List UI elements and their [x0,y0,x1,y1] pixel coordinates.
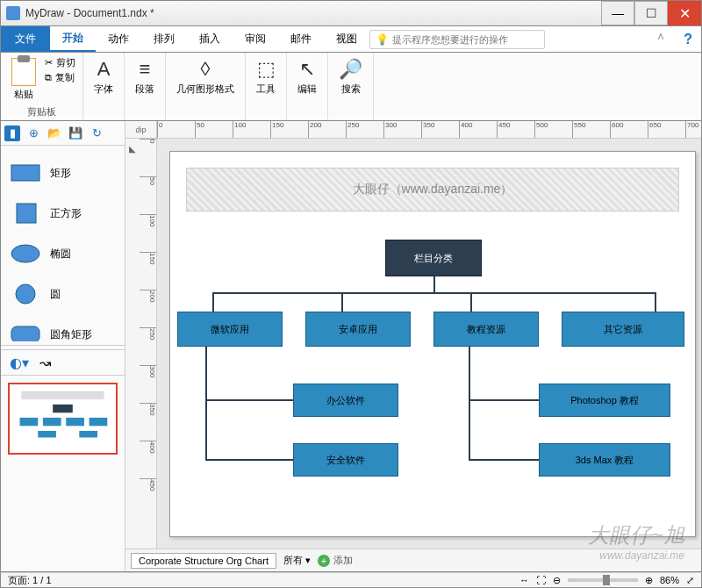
close-button[interactable]: ✕ [668,1,701,25]
add-page-button[interactable]: +添加 [318,554,353,567]
magnifier-icon: 🔎 [339,58,362,81]
tab-arrange[interactable]: 排列 [141,26,187,52]
save-icon[interactable]: 💾 [68,125,83,141]
edit-button[interactable]: ↖编辑 [294,56,320,97]
node-l1-0[interactable]: 微软应用 [177,312,283,347]
paste-icon [11,58,36,86]
tab-file[interactable]: 文件 [1,26,50,52]
ribbon-search-input[interactable] [392,34,539,45]
banner[interactable]: 大眼仔（www.dayanzai.me） [186,168,679,212]
node-child-right-1[interactable]: 3ds Max 教程 [539,443,670,477]
tab-review[interactable]: 审阅 [233,26,278,52]
vertical-ruler: 050100150200250300350400450 [140,139,157,549]
ribbon-group-paragraph: ≡段落 [125,53,166,120]
ribbon-group-tools: ⬚工具 [246,53,287,120]
ribbon-group-search: 🔎搜索 [328,53,374,120]
pointer-icon: ↖ [299,58,315,81]
vt-triangle-icon[interactable]: ◣ [129,144,136,154]
svg-point-2 [11,245,39,262]
svg-rect-12 [79,431,97,438]
shapes-list: 矩形 正方形 椭圆 圆 圆角矩形 [1,146,125,341]
node-child-left-0[interactable]: 办公软件 [293,384,398,417]
page-tab-1[interactable]: Corporate Structure Org Chart [131,553,276,569]
node-l1-1[interactable]: 安卓应用 [305,312,411,347]
main-area: ▮ ⊕ 📂 💾 ↻ 矩形 正方形 椭圆 圆 圆角矩形 ◐▾ ↝ [0,121,702,572]
svg-rect-7 [20,418,39,426]
font-button[interactable]: A字体 [90,56,117,97]
maximize-button[interactable]: ☐ [634,1,668,25]
scissors-icon: ✂ [45,57,53,68]
tab-start[interactable]: 开始 [50,26,96,52]
page[interactable]: 大眼仔（www.dayanzai.me） 栏目分类 微软应用 安卓应用 教程资源… [169,151,696,537]
search-button[interactable]: 🔎搜索 [335,56,366,97]
shapes-filter-toolbar: ◐▾ ↝ [1,349,125,376]
fit-width-icon[interactable]: ↔ [519,575,529,585]
geometry-button[interactable]: ◊几何图形格式 [173,56,238,97]
page-tabs: Corporate Structure Org Chart 所有 ▾ +添加 [125,549,701,571]
ribbon-search[interactable]: 💡 [369,30,545,49]
copy-icon: ⧉ [45,72,52,83]
connector-icon[interactable]: ↝ [39,355,51,371]
shape-circle[interactable]: 圆 [4,274,121,314]
fit-page-icon[interactable]: ⛶ [536,575,546,585]
tab-view[interactable]: 视图 [324,26,369,52]
ribbon-group-label: 剪贴板 [27,105,56,118]
copy-button[interactable]: ⧉复制 [45,71,75,84]
open-folder-icon[interactable]: 📂 [47,125,62,141]
minimize-button[interactable]: — [601,1,634,25]
svg-rect-6 [53,405,73,412]
filter-icon[interactable]: ◐▾ [10,355,29,371]
refresh-icon[interactable]: ↻ [89,125,104,141]
help-button[interactable]: ? [675,32,701,47]
tab-mail[interactable]: 邮件 [278,26,324,52]
new-shape-icon[interactable]: ⊕ [25,125,41,141]
zoom-in-icon[interactable]: ⊕ [645,575,653,586]
status-bar: 页面: 1 / 1 ↔ ⛶ ⊖ ⊕ 86% ⤢ [0,572,702,588]
node-child-left-1[interactable]: 安全软件 [293,443,398,477]
svg-rect-8 [43,418,61,426]
svg-rect-4 [11,326,39,341]
collapse-ribbon-icon[interactable]: ＾ [647,30,675,48]
align-icon: ≡ [140,58,151,81]
node-l1-2[interactable]: 教程资源 [433,312,539,347]
geometry-icon: ◊ [201,58,211,81]
page-thumbnails [1,376,125,571]
ribbon: 粘贴 ✂剪切 ⧉复制 剪贴板 A字体 ≡段落 ◊几何图形格式 ⬚工具 ↖编辑 🔎… [0,53,702,121]
plus-icon: + [318,555,330,567]
shape-rect[interactable]: 矩形 [4,153,121,193]
shape-ellipse[interactable]: 椭圆 [4,233,121,274]
tools-icon: ⬚ [257,58,276,81]
horizontal-ruler: 0501001502002503003504004505005506006507… [157,121,701,139]
ribbon-group-edit: ↖编辑 [287,53,328,120]
shapes-panel: ▮ ⊕ 📂 💾 ↻ 矩形 正方形 椭圆 圆 圆角矩形 ◐▾ ↝ [1,121,125,571]
shape-roundrect[interactable]: 圆角矩形 [4,314,121,341]
page-indicator: 页面: 1 / 1 [8,574,52,587]
ribbon-group-clipboard: 粘贴 ✂剪切 ⧉复制 剪贴板 [1,53,83,120]
zoom-out-icon[interactable]: ⊖ [553,575,561,586]
shape-square[interactable]: 正方形 [4,193,121,233]
vertical-toolbar: ◣ [125,139,140,549]
node-l1-3[interactable]: 其它资源 [562,312,684,347]
svg-rect-9 [66,418,84,426]
paste-button[interactable]: 粘贴 [8,56,39,103]
page-thumbnail-1[interactable] [8,383,118,455]
paragraph-button[interactable]: ≡段落 [132,56,158,97]
canvas[interactable]: 大眼仔（www.dayanzai.me） 栏目分类 微软应用 安卓应用 教程资源… [157,139,701,549]
shapes-panel-toolbar: ▮ ⊕ 📂 💾 ↻ [1,121,125,146]
tools-button[interactable]: ⬚工具 [253,56,279,97]
canvas-area: dip 050100150200250300350400450500550600… [125,121,701,571]
page-tab-all[interactable]: 所有 ▾ [283,554,311,567]
window-title: MyDraw - Document1.ndx * [25,7,601,19]
node-root[interactable]: 栏目分类 [385,240,482,276]
tab-insert[interactable]: 插入 [187,26,233,52]
svg-rect-1 [17,204,36,223]
titlebar: MyDraw - Document1.ndx * — ☐ ✕ [0,0,702,26]
ruler-corner: dip [125,121,157,139]
tab-actions[interactable]: 动作 [96,26,141,52]
node-child-right-0[interactable]: Photoshop 教程 [539,384,670,417]
expand-icon[interactable]: ⤢ [686,575,694,586]
library-icon[interactable]: ▮ [4,125,20,141]
font-icon: A [97,58,111,81]
cut-button[interactable]: ✂剪切 [45,56,75,69]
zoom-slider[interactable] [568,578,638,582]
